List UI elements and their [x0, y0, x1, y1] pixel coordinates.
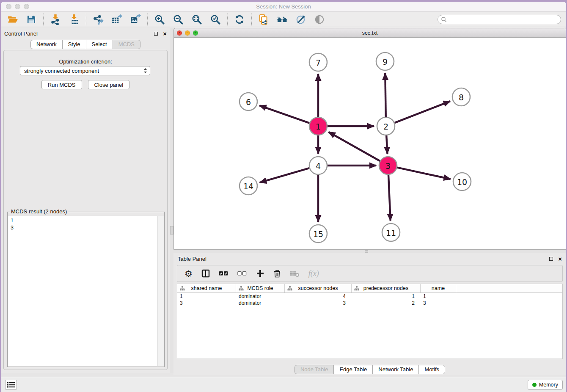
graph-node-14[interactable]: 14: [239, 177, 257, 195]
delete-column-icon[interactable]: [273, 269, 281, 278]
tab-network[interactable]: Network: [30, 40, 63, 49]
search-input[interactable]: [447, 16, 561, 23]
splitter-handle[interactable]: [170, 226, 173, 235]
table-cell[interactable]: 3: [177, 300, 236, 306]
column-header-MCDS-role[interactable]: MCDS role: [236, 284, 285, 293]
import-table-icon[interactable]: [65, 13, 83, 26]
column-header-successor-nodes[interactable]: successor nodes: [285, 284, 352, 293]
table-cell[interactable]: dominator: [236, 300, 285, 306]
minimize-window-button[interactable]: [15, 4, 20, 9]
close-panel-icon[interactable]: ×: [558, 256, 562, 262]
horizontal-splitter[interactable]: [173, 250, 566, 253]
tab-edge-table[interactable]: Edge Table: [333, 365, 373, 374]
import-network-icon[interactable]: [46, 13, 65, 26]
deselect-all-icon[interactable]: [237, 271, 247, 277]
graph-edge-2-8[interactable]: [395, 101, 450, 123]
zoom-in-icon[interactable]: [150, 13, 169, 26]
graph-edge-3-1[interactable]: [328, 132, 380, 161]
export-table-icon[interactable]: [107, 13, 126, 26]
search-field[interactable]: [438, 15, 561, 24]
close-panel-icon[interactable]: ×: [163, 30, 167, 37]
table-cell[interactable]: dominator: [236, 293, 285, 300]
select-stepper-icon: [143, 68, 147, 74]
table-cell[interactable]: 2: [352, 300, 421, 306]
apply-style-icon[interactable]: [292, 13, 310, 26]
graph-node-1[interactable]: 1: [309, 117, 327, 135]
window-title: Session: New Session: [1, 3, 566, 10]
graph-node-6[interactable]: 6: [239, 93, 257, 110]
run-mcds-button[interactable]: Run MCDS: [41, 80, 82, 89]
zoom-fit-icon[interactable]: [187, 13, 206, 26]
task-history-button[interactable]: [5, 380, 17, 390]
table-cell[interactable]: 1: [352, 293, 421, 300]
mcds-panel: Optimization criterion: strongly connect…: [3, 50, 168, 370]
table-row[interactable]: 1dominator411: [177, 293, 562, 300]
network-close-button[interactable]: ×: [177, 30, 182, 36]
table-cell[interactable]: 3: [285, 300, 352, 306]
table-row[interactable]: 3dominator323: [177, 300, 562, 306]
network-zoom-button[interactable]: +: [193, 30, 198, 36]
save-session-icon[interactable]: [22, 13, 41, 26]
vertical-splitter[interactable]: [170, 28, 173, 373]
column-header-predecessor-nodes[interactable]: predecessor nodes: [352, 284, 421, 293]
zoom-out-icon[interactable]: [169, 13, 187, 26]
settings-gear-icon[interactable]: ⚙: [184, 269, 193, 278]
delete-table-icon[interactable]: [290, 270, 300, 277]
tab-mcds[interactable]: MCDS: [113, 40, 140, 49]
tab-node-table[interactable]: Node Table: [295, 365, 334, 374]
select-all-icon[interactable]: [219, 271, 228, 277]
graph-node-9[interactable]: 9: [376, 52, 394, 70]
show-hide-icon[interactable]: [310, 13, 329, 26]
table-cell[interactable]: 3: [421, 300, 456, 306]
table-cell[interactable]: 1: [177, 293, 236, 300]
graph-node-8[interactable]: 8: [452, 88, 470, 106]
graph-edge-4-14[interactable]: [260, 168, 309, 182]
first-neighbors-icon[interactable]: [273, 13, 292, 26]
graph-edge-1-6[interactable]: [259, 105, 309, 123]
memory-button[interactable]: Memory: [528, 380, 563, 390]
column-header-name[interactable]: name: [421, 284, 456, 293]
graph-edge-2-9[interactable]: [385, 73, 385, 117]
graph-node-4[interactable]: 4: [309, 157, 327, 174]
open-file-icon[interactable]: [3, 13, 22, 26]
zoom-window-button[interactable]: [24, 4, 29, 9]
graph-node-2[interactable]: 2: [377, 117, 395, 135]
tab-motifs[interactable]: Motifs: [418, 365, 445, 374]
toggle-columns-icon[interactable]: [201, 269, 210, 278]
table-cell[interactable]: 1: [421, 293, 456, 300]
refresh-layout-icon[interactable]: [230, 13, 249, 26]
graph-edge-2-3[interactable]: [386, 135, 387, 154]
add-column-icon[interactable]: [256, 269, 264, 278]
export-image-icon[interactable]: [126, 13, 145, 26]
toolbar-separator: [227, 14, 228, 25]
close-panel-button[interactable]: Close panel: [88, 80, 130, 89]
graph-node-11[interactable]: 11: [382, 224, 400, 241]
result-scrollbar[interactable]: [157, 216, 164, 366]
network-minimize-button[interactable]: −: [185, 30, 190, 36]
graph-edge-3-10[interactable]: [397, 168, 450, 179]
window-controls: [6, 4, 29, 9]
float-panel-icon[interactable]: [549, 257, 553, 261]
table-cell[interactable]: 4: [285, 293, 352, 300]
tab-network-table[interactable]: Network Table: [372, 365, 419, 374]
graph-edge-3-11[interactable]: [388, 175, 391, 221]
toolbar-separator: [251, 14, 252, 25]
export-network-icon[interactable]: [89, 13, 107, 26]
close-window-button[interactable]: [6, 4, 11, 9]
tab-style[interactable]: Style: [62, 40, 86, 49]
graph-node-15[interactable]: 15: [309, 225, 327, 243]
graph-node-7[interactable]: 7: [309, 53, 327, 71]
graph-node-10[interactable]: 10: [453, 173, 471, 190]
float-panel-icon[interactable]: [154, 32, 158, 36]
criterion-select[interactable]: strongly connected component: [20, 66, 150, 75]
zoom-selected-icon[interactable]: [206, 13, 225, 26]
network-canvas[interactable]: 1234678910111415: [174, 38, 566, 249]
splitter-handle[interactable]: [365, 250, 368, 253]
equation-fx-icon[interactable]: f(x): [308, 269, 319, 278]
tab-select[interactable]: Select: [86, 40, 113, 49]
clone-network-icon[interactable]: [254, 13, 273, 26]
list-icon: [7, 382, 15, 388]
table-toolbar: ⚙ f(x): [177, 265, 563, 282]
graph-node-3[interactable]: 3: [379, 157, 397, 174]
column-header-shared-name[interactable]: shared name: [177, 284, 236, 293]
